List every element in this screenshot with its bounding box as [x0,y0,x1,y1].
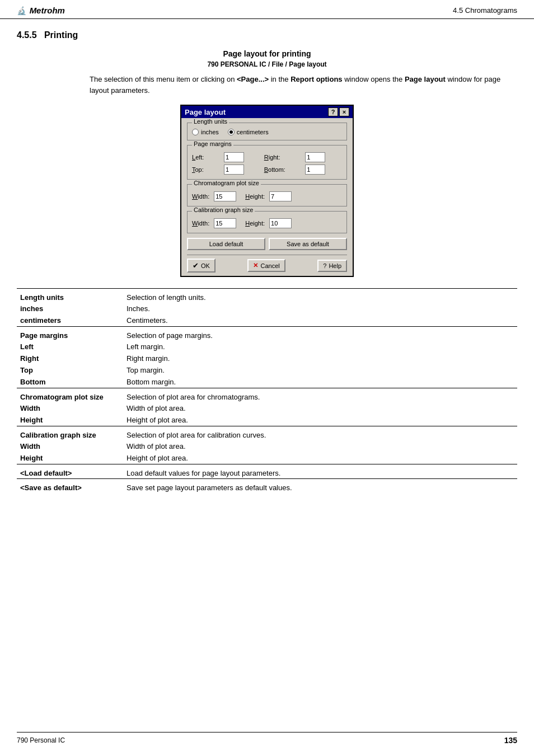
def-row-calib-height: Height Height of plot area. [17,452,517,464]
load-default-button[interactable]: Load default [187,238,265,250]
bottom-label: Bottom: [264,166,302,173]
calib-width-input[interactable] [214,218,236,228]
page-layout-dialog: Page layout ? × Length units inches [180,105,354,277]
right-input[interactable] [305,152,325,162]
radio-centimeters-label: centimeters [237,129,269,135]
term-left: Left [17,341,123,353]
ok-button[interactable]: ✔ OK [187,259,216,273]
def-row-page-margins: Page margins Selection of page margins. [17,327,517,341]
chroma-height-input[interactable] [269,191,292,201]
top-input[interactable] [224,165,244,175]
length-units-group: Length units inches centimeters [187,123,347,140]
def-row-bottom: Bottom Bottom margin. [17,376,517,388]
help-q-icon: ? [323,262,326,269]
check-icon: ✔ [193,261,199,270]
chroma-width-input[interactable] [214,191,236,201]
page-header: 🔬 Metrohm 4.5 Chromatograms [0,0,534,19]
def-row-calib-width: Width Width of plot area. [17,440,517,452]
radio-centimeters-circle[interactable] [228,129,235,135]
load-save-buttons: Load default Save as default [187,238,347,250]
def-row-length-units: Length units Selection of length units. [17,289,517,303]
dialog-titlebar: Page layout ? × [181,106,353,118]
chromatogram-size-row: Width: Height: [192,191,342,201]
close-title-button[interactable]: × [339,107,349,116]
def-right: Right margin. [123,353,517,364]
dialog-title: Page layout [185,108,226,116]
radio-centimeters[interactable]: centimeters [228,129,269,135]
term-load-default: <Load default> [17,464,123,479]
term-chroma-height: Height [17,414,123,426]
term-bottom: Bottom [17,376,123,388]
def-length-units: Selection of length units. [123,289,517,303]
bottom-input[interactable] [305,165,325,175]
cancel-button[interactable]: ✕ Cancel [247,259,285,272]
definitions-table: Length units Selection of length units. … [17,288,517,493]
footer-page: 135 [504,736,517,745]
help-button[interactable]: ? Help [317,260,347,272]
def-calib-height: Height of plot area. [123,452,517,464]
def-left: Left margin. [123,341,517,353]
radio-inches-circle[interactable] [192,129,199,135]
logo-icon: 🔬 [17,6,26,15]
left-input[interactable] [224,152,244,162]
term-save-default: <Save as default> [17,479,123,494]
def-bottom: Bottom margin. [123,376,517,388]
def-page-margins: Selection of page margins. [123,327,517,341]
term-inches: inches [17,303,123,314]
term-length-units: Length units [17,289,123,303]
chromatogram-size-group: Chromatogram plot size Width: Height: [187,184,347,206]
length-units-label: Length units [192,118,229,125]
def-chroma-height: Height of plot area. [123,414,517,426]
def-top: Top margin. [123,364,517,376]
def-row-chroma-height: Height Height of plot area. [17,414,517,426]
page-footer: 790 Personal IC 135 [17,732,517,745]
logo: 🔬 Metrohm [17,6,65,15]
def-centimeters: Centimeters. [123,314,517,327]
chapter-title: 4.5 Chromatograms [453,6,517,15]
def-row-chroma-width: Width Width of plot area. [17,402,517,414]
def-row-centimeters: centimeters Centimeters. [17,314,517,327]
x-icon: ✕ [253,262,258,269]
def-row-chroma-size: Chromatogram plot size Selection of plot… [17,388,517,403]
def-calib-width: Width of plot area. [123,440,517,452]
logo-text: Metrohm [30,6,65,15]
calibration-label: Calibration graph size [192,206,255,213]
footer-product: 790 Personal IC [17,736,65,744]
cancel-label: Cancel [260,262,279,269]
dialog-wrapper: Page layout ? × Length units inches [17,105,517,277]
term-right: Right [17,353,123,364]
dialog-footer-buttons: ✔ OK ✕ Cancel ? Help [187,255,347,273]
calibration-size-row: Width: Height: [192,218,342,228]
term-calib-height: Height [17,452,123,464]
def-inches: Inches. [123,303,517,314]
def-row-load-default: <Load default> Load default values for p… [17,464,517,479]
right-label: Right: [264,154,302,161]
term-calib-width: Width [17,440,123,452]
def-row-top: Top Top margin. [17,364,517,376]
ok-label: OK [201,262,210,269]
def-row-save-default: <Save as default> Save set page layout p… [17,479,517,494]
chromatogram-label: Chromatogram plot size [192,180,261,186]
subsection-title: Page layout for printing [17,49,517,58]
def-chroma-width: Width of plot area. [123,402,517,414]
length-units-radio-row: inches centimeters [192,129,342,135]
radio-inches-label: inches [201,129,219,135]
def-row-left: Left Left margin. [17,341,517,353]
def-row-calib-size: Calibration graph size Selection of plot… [17,426,517,441]
description: The selection of this menu item or click… [17,74,517,96]
def-row-right: Right Right margin. [17,353,517,364]
dialog-title-buttons: ? × [328,107,349,116]
chroma-height-label: Height: [245,193,265,200]
def-chroma-size: Selection of plot area for chromatograms… [123,388,517,403]
help-title-button[interactable]: ? [328,107,338,116]
calibration-size-group: Calibration graph size Width: Height: [187,211,347,233]
term-chroma-width: Width [17,402,123,414]
dialog-body: Length units inches centimeters [181,118,353,276]
top-label: Top: [192,166,221,173]
save-default-button[interactable]: Save as default [269,238,347,250]
main-content: 4.5.5 Printing Page layout for printing … [0,19,534,510]
radio-inches[interactable]: inches [192,129,219,135]
calib-height-input[interactable] [269,218,292,228]
chroma-width-label: Width: [192,193,209,200]
page-margins-label: Page margins [192,140,233,147]
